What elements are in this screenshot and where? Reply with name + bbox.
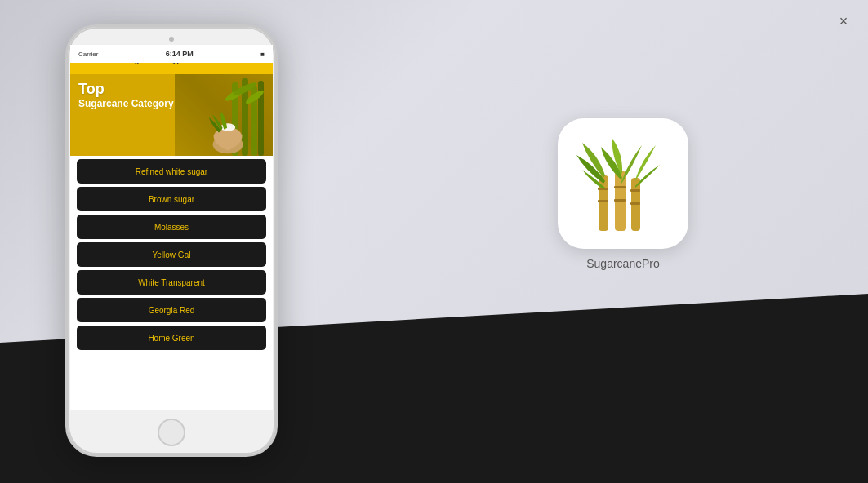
category-list: Refined white sugar Brown sugar Molasses… (70, 156, 273, 353)
phone-frame: Carrier 6:14 PM ■ ‹ Welcome Sugarcane Ty… (65, 24, 278, 457)
close-button[interactable]: × (835, 13, 852, 29)
app-icon-label: SugarcanePro (586, 257, 660, 270)
status-bar: Carrier 6:14 PM ■ (70, 45, 273, 63)
list-item-georgia-red[interactable]: Georgia Red (77, 298, 266, 322)
battery-icon: ■ (260, 51, 265, 58)
svg-rect-17 (614, 199, 626, 202)
svg-rect-15 (598, 200, 608, 202)
list-item-yellow-gal[interactable]: Yellow Gal (77, 242, 266, 267)
list-item-brown-sugar[interactable]: Brown sugar (77, 187, 266, 211)
list-item-home-green[interactable]: Home Green (77, 326, 266, 350)
app-header: Top Sugarcane Category (70, 74, 273, 156)
phone-mockup: Carrier 6:14 PM ■ ‹ Welcome Sugarcane Ty… (65, 24, 278, 457)
app-icon-wrapper: SugarcanePro (558, 118, 688, 270)
app-icon-sugarcane-svg (570, 131, 676, 237)
phone-home-button[interactable] (158, 419, 185, 446)
carrier-text: Carrier (78, 51, 98, 58)
phone-screen: Carrier 6:14 PM ■ ‹ Welcome Sugarcane Ty… (70, 45, 273, 410)
svg-rect-16 (614, 186, 626, 188)
list-item-refined-white-sugar[interactable]: Refined white sugar (77, 159, 266, 184)
sugar-bag-image (199, 91, 256, 156)
phone-camera (169, 37, 174, 42)
status-time: 6:14 PM (166, 50, 194, 58)
svg-rect-18 (630, 189, 640, 192)
list-item-white-transparent[interactable]: White Transparent (77, 270, 266, 295)
app-icon-box (558, 118, 688, 249)
sugar-bag-svg (206, 107, 251, 156)
svg-rect-19 (630, 202, 640, 205)
list-item-molasses[interactable]: Molasses (77, 215, 266, 239)
